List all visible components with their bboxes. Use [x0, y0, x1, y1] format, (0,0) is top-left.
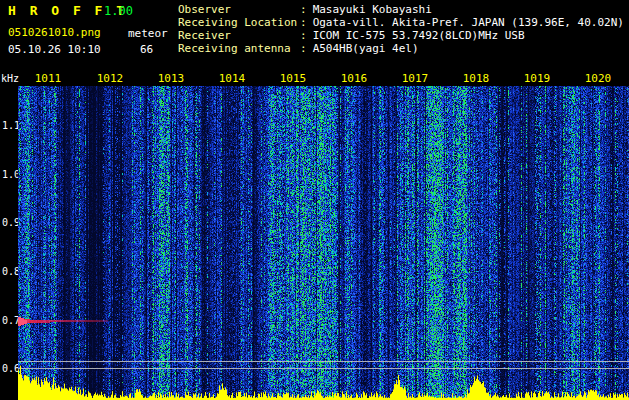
time-axis-tick: 1012 [94, 72, 126, 85]
field-value: Ogata-vill. Akita-Pref. JAPAN (139.96E, … [313, 16, 624, 29]
time-axis-tick: 1014 [216, 72, 248, 85]
filename-label: 0510261010.png [8, 26, 101, 39]
field-label: Receiver [178, 29, 300, 42]
freq-axis-tick: 1.1 [2, 120, 18, 131]
time-axis-tick: 1017 [399, 72, 431, 85]
field-value: Masayuki Kobayashi [313, 3, 432, 16]
freq-axis-tick: 0.7 [2, 315, 18, 326]
time-axis-tick: 1018 [460, 72, 492, 85]
freq-axis-tick: 1.0 [2, 169, 18, 180]
field-label: Receiving Location [178, 16, 300, 29]
field-label: Receiving antenna [178, 42, 300, 55]
antenna-row: Receiving antenna:A504HB(yagi 4el) [178, 42, 624, 55]
observation-info: Observer:Masayuki Kobayashi Receiving Lo… [178, 3, 624, 55]
time-axis-tick: 1016 [338, 72, 370, 85]
field-value: A504HB(yagi 4el) [313, 42, 419, 55]
time-axis-tick: 1013 [155, 72, 187, 85]
time-axis-tick: 1015 [277, 72, 309, 85]
field-separator: : [300, 42, 307, 55]
mode-label: meteor [128, 27, 168, 40]
field-separator: : [300, 16, 307, 29]
location-row: Receiving Location:Ogata-vill. Akita-Pre… [178, 16, 624, 29]
field-separator: : [300, 3, 307, 16]
field-label: Observer [178, 3, 300, 16]
app-version: 1.00 [104, 4, 133, 18]
y-axis-unit-label: kHz [1, 73, 19, 84]
echo-count: 66 [140, 43, 153, 56]
receiver-row: Receiver:ICOM IC-575 53.7492(8LCD)MHz US… [178, 29, 624, 42]
time-axis-tick: 1011 [32, 72, 64, 85]
freq-axis-tick: 0.8 [2, 266, 18, 277]
time-axis-tick: 1019 [521, 72, 553, 85]
freq-axis-tick: 0.6 [2, 363, 18, 374]
spectrogram-canvas [18, 86, 629, 400]
hrofft-screen: H R O F F T 1.00 0510261010.png meteor 0… [0, 0, 629, 400]
datetime-label: 05.10.26 10:10 [8, 43, 101, 56]
freq-axis-tick: 0.9 [2, 217, 18, 228]
field-separator: : [300, 29, 307, 42]
observer-row: Observer:Masayuki Kobayashi [178, 3, 624, 16]
time-axis-tick: 1020 [582, 72, 614, 85]
field-value: ICOM IC-575 53.7492(8LCD)MHz USB [313, 29, 525, 42]
